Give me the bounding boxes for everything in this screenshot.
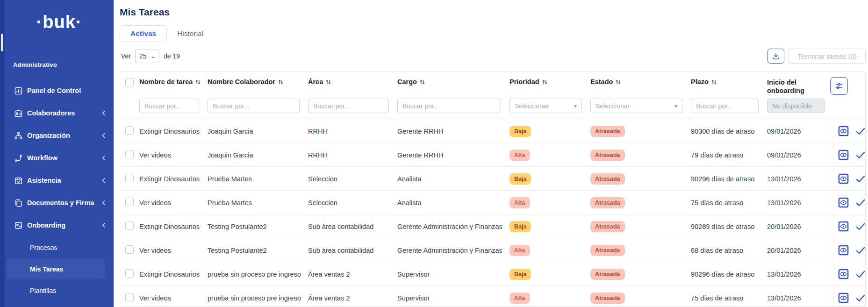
sidebar-item-organizacion[interactable]: Organización <box>5 124 114 147</box>
cell-cargo: Analista <box>397 199 509 207</box>
cell-colaborador: Joaquin Garcia <box>208 128 308 135</box>
complete-task-button[interactable] <box>856 294 865 302</box>
sort-icon <box>419 79 425 85</box>
cell-inicio-onboarding: 09/01/2026 <box>767 151 833 159</box>
sidebar-item-workflow[interactable]: Workflow <box>5 147 114 169</box>
complete-task-button[interactable] <box>856 151 865 159</box>
table-row: Extingir Dinosauriosprueba sin proceso p… <box>120 262 865 286</box>
tab-bar: Activas Historial <box>120 25 866 42</box>
cell-inicio-onboarding: 13/01/2026 <box>767 271 833 278</box>
cell-inicio-onboarding: 09/01/2026 <box>767 128 833 135</box>
chevron-left-icon <box>100 132 107 139</box>
download-button[interactable] <box>768 49 784 64</box>
sidebar-item-asistencia[interactable]: Asistencia <box>5 169 114 192</box>
row-checkbox[interactable] <box>125 126 134 135</box>
sidebar-item-colaboradores[interactable]: Colaboradores <box>5 102 114 124</box>
sidebar-item-label: Workflow <box>27 154 57 162</box>
caret-down-icon: ▾ <box>674 103 677 109</box>
col-header-prioridad[interactable]: Prioridad <box>509 78 590 86</box>
calendar-check-icon <box>14 176 23 185</box>
cell-area: RRHH <box>308 151 397 159</box>
col-header-area[interactable]: Área <box>308 78 397 86</box>
complete-task-button[interactable] <box>856 128 865 135</box>
view-task-button[interactable] <box>838 173 849 184</box>
cell-inicio-onboarding: 13/01/2026 <box>767 175 833 183</box>
col-header-colaborador[interactable]: Nombre Colaborador <box>208 78 308 86</box>
row-checkbox[interactable] <box>125 269 134 278</box>
view-task-button[interactable] <box>838 150 849 160</box>
row-checkbox[interactable] <box>125 174 134 182</box>
filter-prioridad-select[interactable]: Seleccionar▾ <box>509 99 582 113</box>
sidebar-subitem-mis-tareas[interactable]: Mis Tareas <box>7 259 105 279</box>
check-icon <box>856 247 865 254</box>
cell-inicio-onboarding: 20/01/2026 <box>767 247 833 254</box>
eye-icon <box>838 150 849 160</box>
cell-colaborador: prueba sin proceso pre ingreso <box>208 271 308 278</box>
total-count-label: de 19 <box>164 52 180 60</box>
view-task-button[interactable] <box>838 126 849 136</box>
sidebar-divider <box>5 46 114 46</box>
col-header-inicio: Inicio del onboarding <box>767 78 833 95</box>
cell-colaborador: Testing Postulante2 <box>208 223 308 230</box>
col-header-cargo[interactable]: Cargo <box>397 78 509 86</box>
complete-task-button[interactable] <box>856 223 865 230</box>
tab-historial[interactable]: Historial <box>167 25 214 42</box>
cell-tarea: Extingir Dinosaurios <box>139 271 208 278</box>
select-all-checkbox[interactable] <box>125 78 134 86</box>
filter-estado-select[interactable]: Seleccionar▾ <box>590 99 682 113</box>
page-size-select[interactable]: 25 ⌄ <box>135 50 159 63</box>
row-checkbox[interactable] <box>125 245 134 254</box>
complete-task-button[interactable] <box>856 247 865 254</box>
cell-tarea: Extingir Dinosaurios <box>139 175 208 183</box>
sidebar-item-onboarding[interactable]: Onboarding <box>5 214 114 236</box>
cell-tarea: Extingir Dinosaurios <box>139 128 208 135</box>
sidebar-item-documentos-y-firma[interactable]: Documentos y Firma <box>5 192 114 214</box>
view-task-button[interactable] <box>838 221 849 232</box>
row-checkbox[interactable] <box>125 150 134 158</box>
sidebar-item-panel-de-control[interactable]: Panel de Control <box>5 79 114 102</box>
eye-icon <box>838 126 849 136</box>
complete-task-button[interactable] <box>856 199 865 207</box>
cell-plazo: 90300 días de atraso <box>691 128 767 135</box>
chevron-left-icon <box>100 222 107 228</box>
col-header-plazo[interactable]: Plazo <box>691 78 767 86</box>
download-icon <box>772 52 780 60</box>
complete-task-button[interactable] <box>856 271 865 278</box>
table-row: Ver videosJoaquin GarciaRRHHGerente RRHH… <box>120 143 865 166</box>
check-icon <box>856 223 865 230</box>
col-header-tarea[interactable]: Nombre de tarea <box>139 78 208 86</box>
check-icon <box>856 151 865 159</box>
complete-task-button[interactable] <box>856 175 865 183</box>
terminar-tareas-button[interactable]: Terminar tareas (0) <box>789 49 866 64</box>
sidebar-subitem-procesos[interactable]: Procesos <box>7 237 105 258</box>
row-checkbox[interactable] <box>125 198 134 206</box>
sidebar-item-label: Organización <box>27 132 70 139</box>
sidebar-nav: Panel de ControlColaboradoresOrganizació… <box>5 79 114 301</box>
eye-icon <box>838 293 849 303</box>
sidebar-scrollbar-handle[interactable] <box>1 34 3 51</box>
filter-colaborador-input[interactable] <box>208 99 300 113</box>
column-settings-button[interactable] <box>830 77 848 95</box>
view-task-button[interactable] <box>838 245 849 256</box>
view-task-button[interactable] <box>838 293 849 303</box>
check-icon <box>856 294 865 302</box>
eye-icon <box>838 245 849 256</box>
tab-activas[interactable]: Activas <box>120 25 167 42</box>
filter-plazo-input[interactable] <box>691 99 759 113</box>
sidebar-subitem-plantillas[interactable]: Plantillas <box>7 280 105 301</box>
eye-icon <box>838 269 849 279</box>
filter-area-input[interactable] <box>308 99 389 113</box>
chevron-left-icon <box>100 200 107 206</box>
cell-area: Seleccion <box>308 199 397 207</box>
page-size-value: 25 <box>139 52 147 60</box>
row-checkbox[interactable] <box>125 221 134 230</box>
view-task-button[interactable] <box>838 197 849 208</box>
view-task-button[interactable] <box>838 269 849 279</box>
filter-tarea-input[interactable] <box>139 99 199 113</box>
prioridad-badge: Baja <box>509 269 531 280</box>
sort-icon <box>615 79 621 85</box>
table-row: Extingir DinosauriosJoaquin GarciaRRHHGe… <box>120 119 865 143</box>
filter-cargo-input[interactable] <box>397 99 501 113</box>
row-checkbox[interactable] <box>125 293 134 301</box>
col-header-estado[interactable]: Estado <box>590 78 691 86</box>
